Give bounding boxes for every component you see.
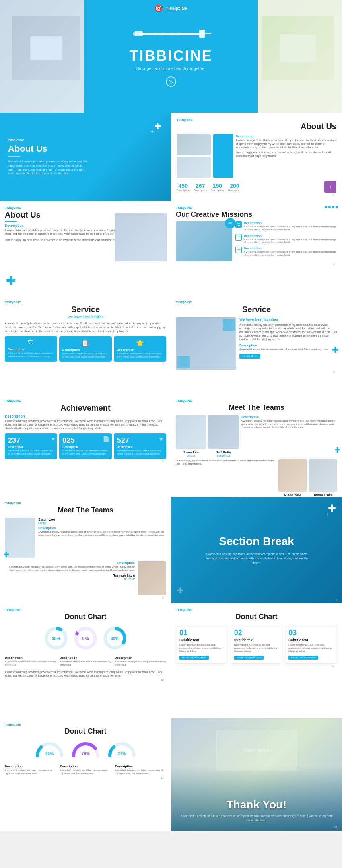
blue-overlay-sq (223, 319, 235, 331)
more-btn-0[interactable]: MORE INFORMATION (179, 656, 209, 660)
about-title-right: About Us (177, 122, 336, 131)
member-role-0: Doctor (176, 454, 206, 457)
team-second-text: Description A wonderful anxiety has take… (5, 561, 135, 595)
mission-t0: Description (244, 221, 337, 225)
donut-svg-2: 60% (102, 625, 128, 651)
team-title-r: Meet The Teams (176, 403, 337, 412)
service-right-content: We have best facilities A wonderful anxi… (176, 317, 337, 370)
brand-4b: TIBB|CINE (176, 300, 337, 304)
slide-team-right: TIBB|CINE Meet The Teams Swan Lee Doctor… (171, 394, 342, 497)
donut3-descs: Description A wonderful anxiety has take… (5, 765, 166, 775)
card-placeholder-text: [ Doctor Image ] (241, 748, 272, 753)
slide-donut3: TIBB|CINE Donut Chart 26% 79% (0, 718, 171, 831)
mission-item-1: ☰ Description A wonderful anxiety has ta… (235, 234, 337, 245)
slide-team-detail: TIBB|CINE Meet The Teams Swan Lee Doctor… (0, 497, 171, 603)
donut3-desc-1: Description A wonderful anxiety has take… (60, 765, 111, 775)
avatar-main (5, 518, 35, 558)
section-break-desc: A wonderful anxiety has taken possession… (200, 552, 313, 566)
mission-t1: Description (244, 234, 337, 238)
hero-logo-text: TIBB|CINE (165, 6, 187, 11)
slide-about-right: TIBB|CINE About Us Description A wonderf… (171, 113, 342, 201)
mission-d0: A wonderful anxiety has taken possession… (244, 225, 337, 232)
missions-content: ✏ ☰ Description A wonderful anxiety has … (176, 221, 337, 261)
img-blue-tall (213, 134, 233, 178)
logo-color-icon: 🎯 (154, 4, 163, 13)
row-6: TIBB|CINE Meet The Teams Swan Lee Doctor… (0, 497, 342, 603)
donut-card-0: 01 Subtitle text Lorem ipsum vulputate u… (176, 625, 228, 664)
page-num-7a: 10 (5, 677, 166, 682)
achieve-icon-1: 📄 (103, 436, 109, 442)
brand-right-2: TIBB|CINE (177, 118, 336, 122)
member-role-1: Bot Doctor (208, 454, 239, 457)
stat-label-1: Description (194, 189, 207, 192)
page-num-8a: 12 (5, 775, 166, 780)
slide-service-left: TIBB|CINE Service We have best facilitie… (0, 296, 171, 394)
stat-label-3: Description (228, 189, 241, 192)
up-arrow-btn[interactable]: ↑ (324, 181, 336, 193)
hero-device-img (262, 16, 334, 80)
svc-icon-1: 📋 (62, 339, 109, 347)
svc-card-text-1: A wonderful anxiety has taken possession… (62, 352, 109, 359)
achieve-card-title-2: Description (117, 446, 163, 448)
svg-text:27%: 27% (117, 751, 126, 756)
donut-desc-text-2: A wonderful anxiety has taken possession… (115, 660, 166, 667)
stat-label-2: Description (211, 189, 224, 192)
four-dots (325, 206, 338, 208)
donut-title-left: Donut Chart (5, 613, 166, 621)
page-num-4b: 5 (176, 370, 337, 374)
svc-icon-2: ⭐ (117, 339, 163, 347)
mission-icon-1: ☰ (235, 234, 242, 241)
desc-detail: Description (38, 526, 166, 530)
stat-num-0: 450 (177, 183, 190, 189)
team-detail-text: Swan Lee Doctor Description A wonderful … (38, 518, 166, 558)
slide-achievement: TIBB|CINE Achievement Description A wond… (0, 394, 171, 497)
brand-8a: TIBB|CINE (5, 723, 166, 726)
row-2: TIBB|CINE About Us A wonderful anxiety h… (0, 113, 342, 201)
donut-descs-left: Description A wonderful anxiety has take… (5, 656, 166, 667)
service-cards-left: 🛡 Description A wonderful anxiety has ta… (5, 336, 166, 362)
dot-1 (328, 206, 331, 208)
more-btn-2[interactable]: MORE INFORMATION (288, 656, 318, 660)
stats-row: 450 Description 267 Description 190 Desc… (177, 181, 336, 193)
team-member-0: Swan Lee Doctor (176, 415, 206, 457)
desc-second: Description (5, 561, 135, 565)
stat-label-0: Description (177, 189, 190, 192)
desc-second-text: A wonderful anxiety has taken possession… (5, 566, 135, 572)
thankyou-desc: A wonderful anxiety has taken possession… (179, 814, 334, 823)
stat-num-1: 267 (194, 183, 207, 189)
mission-t2: Description (244, 247, 337, 250)
donut3-charts-row: 26% 79% 27% (5, 740, 166, 761)
donut3-desc-0: Description A wonderful anxiety has take… (5, 765, 56, 775)
donut-svg-0: 35% (43, 625, 69, 651)
about-divider (8, 156, 20, 157)
desc-r-label: Description (239, 343, 337, 347)
svc-card-text-0: A wonderful anxiety has taken possession… (8, 352, 54, 358)
donut-desc-title-0: Description (5, 656, 56, 660)
slide-thankyou: Thank You! A wonderful anxiety has taken… (171, 718, 342, 831)
row-8: TIBB|CINE Donut Chart 26% 79% (0, 718, 342, 831)
team-member-3: Tannah Nam Bot Doctor (309, 459, 337, 497)
donut-desc-text-0: A wonderful anxiety has taken possession… (5, 660, 56, 667)
donut-desc-title-1: Description (60, 656, 111, 660)
hero-play-btn[interactable]: ▷ (166, 76, 176, 87)
service-title-left: Service (5, 305, 166, 314)
stat-3: 200 Description (228, 183, 241, 192)
achieve-card-0: ♥ 237 Description A wonderful anxiety ha… (5, 433, 57, 459)
svc-card-title-2: Description (117, 348, 163, 352)
more-btn-1[interactable]: MORE INFORMATION (234, 656, 264, 660)
slide-service-right: TIBB|CINE Service We have best facilitie… (171, 296, 342, 394)
achieve-icon-0: ♥ (52, 436, 55, 442)
learn-more-btn[interactable]: Learn More (239, 354, 260, 359)
team-top-row: Swan Lee Doctor Jeff Botty Bot Doctor De… (176, 415, 337, 457)
achieve-desc: A wonderful anxiety has taken possession… (5, 419, 166, 430)
team-desc2: I am so happy, my dear friend, so absorb… (176, 459, 276, 497)
img-hospital-1 (177, 134, 211, 155)
service-img (176, 317, 236, 370)
member-name-2: Diana Valg (278, 493, 307, 496)
mission-item-2: ☰ Description A wonderful anxiety has ta… (235, 247, 337, 257)
donut3-1: 79% (70, 740, 102, 761)
donut-card-2: 03 Subtitle text Lorem ipsum vulputate u… (285, 625, 337, 664)
donut-desc-text-1: A wonderful anxiety has taken possession… (60, 660, 111, 667)
about-imgs-col (177, 134, 211, 178)
page-num-8b: 13 (332, 825, 340, 829)
